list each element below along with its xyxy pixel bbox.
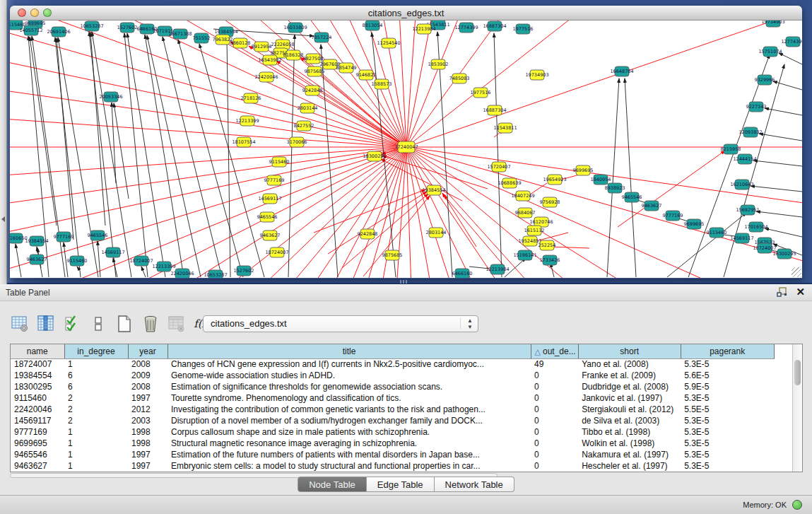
table-row[interactable]: 969969511998Structural magnetic resonanc… — [11, 438, 774, 449]
show-column-icon[interactable] — [36, 314, 56, 334]
cell-year[interactable]: 2008 — [128, 381, 167, 392]
tab-node-table[interactable]: Node Table — [298, 477, 367, 492]
column-header-out_degree[interactable]: △out_de... — [531, 344, 578, 358]
table-row[interactable]: 946554611997Estimation of the future num… — [11, 449, 774, 460]
cell-name[interactable]: 14569117 — [11, 415, 64, 426]
collapse-arrow-icon[interactable] — [1, 216, 5, 222]
cell-out_degree[interactable]: 0 — [531, 449, 578, 460]
cell-short[interactable]: Nakamura et al. (1997) — [578, 449, 681, 460]
cell-pagerank[interactable]: 5.3E-5 — [681, 415, 774, 426]
cell-in_degree[interactable]: 1 — [64, 358, 128, 370]
table-vertical-scrollbar[interactable] — [792, 344, 802, 472]
cell-pagerank[interactable]: 5.3E-5 — [681, 460, 774, 472]
table-selector[interactable]: citations_edges.txt ▲▼ — [203, 315, 478, 332]
cell-name[interactable]: 9463627 — [11, 460, 64, 472]
cell-title[interactable]: Disruption of a novel member of a sodium… — [167, 415, 531, 426]
citation-network-graph[interactable]: 9115460969969514055712206914061065328715… — [10, 21, 802, 278]
new-table-icon[interactable] — [114, 314, 134, 334]
cell-pagerank[interactable]: 5.9E-5 — [681, 381, 774, 392]
float-panel-icon[interactable] — [777, 287, 788, 298]
cell-short[interactable]: Dudbridge et al. (2008) — [578, 381, 681, 392]
cell-name[interactable]: 22420046 — [11, 404, 64, 415]
network-window-titlebar[interactable]: citations_edges.txt — [10, 6, 802, 21]
cell-title[interactable]: Structural magnetic resonance image aver… — [167, 438, 531, 449]
cell-pagerank[interactable]: 5.3E-5 — [681, 426, 774, 438]
cell-out_degree[interactable]: 0 — [531, 426, 578, 438]
scrollbar-thumb[interactable] — [794, 360, 801, 385]
cell-name[interactable]: 18300295 — [11, 381, 64, 392]
cell-short[interactable]: de Silva et al. (2003) — [578, 415, 681, 426]
cell-pagerank[interactable]: 5.5E-5 — [681, 404, 774, 415]
cell-title[interactable]: Tourette syndrome. Phenomenology and cla… — [167, 392, 531, 404]
select-all-check-icon[interactable] — [62, 314, 82, 334]
cell-out_degree[interactable]: 0 — [531, 381, 578, 392]
cell-title[interactable]: Embryonic stem cells: a model to study s… — [167, 460, 531, 472]
cell-name[interactable]: 9465546 — [11, 449, 64, 460]
cell-year[interactable]: 1998 — [128, 438, 167, 449]
table-row[interactable]: 1938455462009Genome-wide association stu… — [11, 370, 774, 381]
cell-name[interactable]: 18724007 — [11, 358, 64, 370]
close-panel-icon[interactable]: ✕ — [796, 286, 805, 298]
cell-year[interactable]: 1997 — [128, 449, 167, 460]
memory-status-icon[interactable] — [792, 500, 802, 510]
splitter-handle[interactable] — [400, 280, 407, 284]
cell-in_degree[interactable]: 1 — [64, 438, 128, 449]
resize-grip-icon[interactable] — [792, 267, 801, 277]
cell-short[interactable]: Franke et al. (2009) — [578, 370, 681, 381]
cell-short[interactable]: Tibbo et al. (1998) — [578, 426, 681, 438]
delete-entries-trash-icon[interactable] — [141, 314, 160, 334]
cell-out_degree[interactable]: 0 — [531, 392, 578, 404]
cell-out_degree[interactable]: 0 — [531, 404, 578, 415]
column-header-title[interactable]: title — [167, 344, 531, 358]
cell-title[interactable]: Changes of HCN gene expression and I(f) … — [167, 358, 531, 370]
cell-year[interactable]: 1998 — [128, 426, 167, 438]
cell-name[interactable]: 19384554 — [11, 370, 64, 381]
cell-name[interactable]: 9115460 — [11, 392, 64, 404]
table-row[interactable]: 911546021997Tourette syndrome. Phenomeno… — [11, 392, 774, 404]
cell-in_degree[interactable]: 2 — [64, 415, 128, 426]
cell-pagerank[interactable]: 5.6E-5 — [681, 370, 774, 381]
cell-title[interactable]: Investigating the contribution of common… — [167, 404, 531, 415]
cell-year[interactable]: 1997 — [128, 392, 167, 404]
row-selector-icon[interactable] — [88, 314, 108, 334]
table-row[interactable]: 1830029562008Estimation of significance … — [11, 381, 774, 392]
cell-in_degree[interactable]: 6 — [64, 370, 128, 381]
cell-in_degree[interactable]: 2 — [64, 392, 128, 404]
cell-pagerank[interactable]: 5.3E-5 — [681, 438, 774, 449]
table-row[interactable]: 977716911998Corpus callosum shape and si… — [11, 426, 774, 438]
column-header-name[interactable]: name — [11, 344, 64, 358]
cell-pagerank[interactable]: 5.3E-5 — [681, 392, 774, 404]
cell-in_degree[interactable]: 1 — [64, 460, 128, 472]
cell-in_degree[interactable]: 6 — [64, 381, 128, 392]
cell-short[interactable]: Stergiakouli et al. (2012) — [578, 404, 681, 415]
table-row[interactable]: 1456911722003Disruption of a novel membe… — [11, 415, 774, 426]
column-header-in_degree[interactable]: in_degree — [64, 344, 128, 358]
cell-out_degree[interactable]: 0 — [531, 438, 578, 449]
cell-pagerank[interactable]: 5.3E-5 — [681, 358, 774, 370]
table-row[interactable]: 946362711997Embryonic stem cells: a mode… — [11, 460, 774, 472]
cell-in_degree[interactable]: 1 — [64, 426, 128, 438]
cell-year[interactable]: 2008 — [128, 358, 167, 370]
cell-out_degree[interactable]: 49 — [531, 358, 578, 370]
cell-short[interactable]: Wolkin et al. (1998) — [578, 438, 681, 449]
column-header-short[interactable]: short — [578, 344, 681, 358]
cell-name[interactable]: 9777169 — [11, 426, 64, 438]
cell-out_degree[interactable]: 0 — [531, 415, 578, 426]
cell-title[interactable]: Corpus callosum shape and size in male p… — [167, 426, 531, 438]
column-header-year[interactable]: year — [128, 344, 167, 358]
cell-out_degree[interactable]: 0 — [531, 460, 578, 472]
cell-year[interactable]: 2009 — [128, 370, 167, 381]
table-row[interactable]: 2242004622012Investigating the contribut… — [11, 404, 774, 415]
column-header-pagerank[interactable]: pagerank — [681, 344, 774, 358]
cell-title[interactable]: Estimation of significance thresholds fo… — [167, 381, 531, 392]
cell-year[interactable]: 2012 — [128, 404, 167, 415]
cell-in_degree[interactable]: 2 — [64, 404, 128, 415]
table-row[interactable]: 1872400712008Changes of HCN gene express… — [11, 358, 774, 370]
cell-in_degree[interactable]: 1 — [64, 449, 128, 460]
cell-title[interactable]: Genome-wide association studies in ADHD. — [167, 370, 531, 381]
cell-out_degree[interactable]: 0 — [531, 370, 578, 381]
network-canvas[interactable]: 9115460969969514055712206914061065328715… — [10, 21, 802, 278]
tab-network-table[interactable]: Network Table — [435, 477, 514, 492]
cell-year[interactable]: 1997 — [128, 460, 167, 472]
cell-year[interactable]: 2003 — [128, 415, 167, 426]
